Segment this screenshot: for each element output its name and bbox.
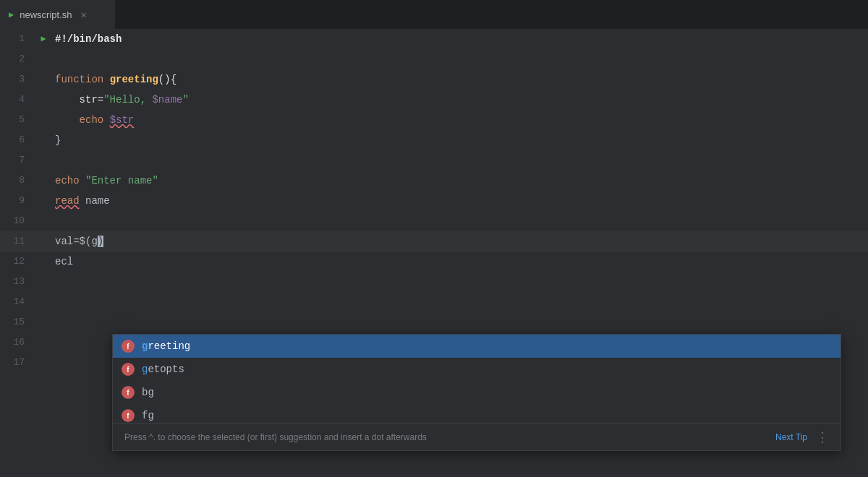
tab-filename: newscript.sh <box>20 9 72 20</box>
autocomplete-label-fg: fg <box>142 410 154 421</box>
more-options-button[interactable]: ⋮ <box>816 429 829 445</box>
autocomplete-item-greeting[interactable]: f greeting <box>113 335 841 358</box>
line-num-12: 12 <box>0 252 36 272</box>
line-num-7: 7 <box>0 150 36 171</box>
code-line-6: 6 } <box>0 130 868 150</box>
line-content-12: ecl <box>51 252 868 272</box>
line-content-1: #!/bin/bash <box>51 29 868 49</box>
line-content-5: echo $str <box>51 110 868 130</box>
line-num-1: 1 <box>0 29 36 49</box>
code-line-5: 5 echo $str <box>0 110 868 130</box>
autocomplete-icon-greeting: f <box>122 340 135 353</box>
line-num-2: 2 <box>0 49 36 69</box>
editor-tab[interactable]: ▶ newscript.sh ✕ <box>0 0 116 29</box>
next-tip-button[interactable]: Next Tip <box>775 432 807 442</box>
hint-text: Press ^. to choose the selected (or firs… <box>124 432 775 442</box>
autocomplete-icon-bg: f <box>122 386 135 399</box>
line-num-11: 11 <box>0 231 36 252</box>
line-content-8: echo "Enter name" <box>51 171 868 191</box>
code-line-3: 3 function greeting(){ <box>0 69 868 90</box>
line-num-9: 9 <box>0 191 36 211</box>
run-icon: ▶ <box>41 29 46 49</box>
code-line-7: 7 <box>0 150 868 171</box>
line-num-14: 14 <box>0 292 36 312</box>
line-num-16: 16 <box>0 332 36 353</box>
code-line-12: 12 ecl <box>0 252 868 272</box>
autocomplete-status-bar: Press ^. to choose the selected (or firs… <box>113 423 841 450</box>
autocomplete-item-bg[interactable]: f bg <box>113 381 841 404</box>
autocomplete-label-greeting: greeting <box>142 340 190 352</box>
code-line-2: 2 <box>0 49 868 69</box>
code-line-13: 13 <box>0 272 868 292</box>
line-num-13: 13 <box>0 272 36 292</box>
code-line-9: 9 read name <box>0 191 868 211</box>
tab-bar: ▶ newscript.sh ✕ <box>0 0 868 29</box>
run-indicator-icon: ▶ <box>9 9 14 20</box>
autocomplete-item-getopts[interactable]: f getopts <box>113 358 841 381</box>
code-line-4: 4 str="Hello, $name" <box>0 90 868 110</box>
autocomplete-icon-getopts: f <box>122 363 135 376</box>
autocomplete-label-getopts: getopts <box>142 364 184 375</box>
code-line-1: 1 ▶ #!/bin/bash <box>0 29 868 49</box>
autocomplete-icon-fg: f <box>122 409 135 422</box>
autocomplete-dropdown[interactable]: f greeting f getopts f bg f fg f compgen… <box>112 334 841 451</box>
autocomplete-label-bg: bg <box>142 387 154 398</box>
line-num-4: 4 <box>0 90 36 110</box>
line-num-17: 17 <box>0 353 36 373</box>
line-num-3: 3 <box>0 69 36 90</box>
code-line-8: 8 echo "Enter name" <box>0 171 868 191</box>
line-num-5: 5 <box>0 110 36 130</box>
line-content-4: str="Hello, $name" <box>51 90 868 110</box>
gutter-1: ▶ <box>36 29 51 49</box>
code-line-14: 14 <box>0 292 868 312</box>
editor-area: 1 ▶ #!/bin/bash 2 3 function greeting(){… <box>0 29 868 477</box>
line-num-15: 15 <box>0 312 36 332</box>
code-line-10: 10 <box>0 211 868 231</box>
line-num-6: 6 <box>0 130 36 150</box>
tab-close-button[interactable]: ✕ <box>80 9 86 21</box>
code-line-15: 15 <box>0 312 868 332</box>
line-num-8: 8 <box>0 171 36 191</box>
line-num-10: 10 <box>0 211 36 231</box>
line-content-9: read name <box>51 191 868 211</box>
line-content-3: function greeting(){ <box>51 69 868 90</box>
line-content-11: val=$(g) <box>51 231 868 252</box>
code-line-11: 11 val=$(g) <box>0 231 868 252</box>
line-content-6: } <box>51 130 868 150</box>
